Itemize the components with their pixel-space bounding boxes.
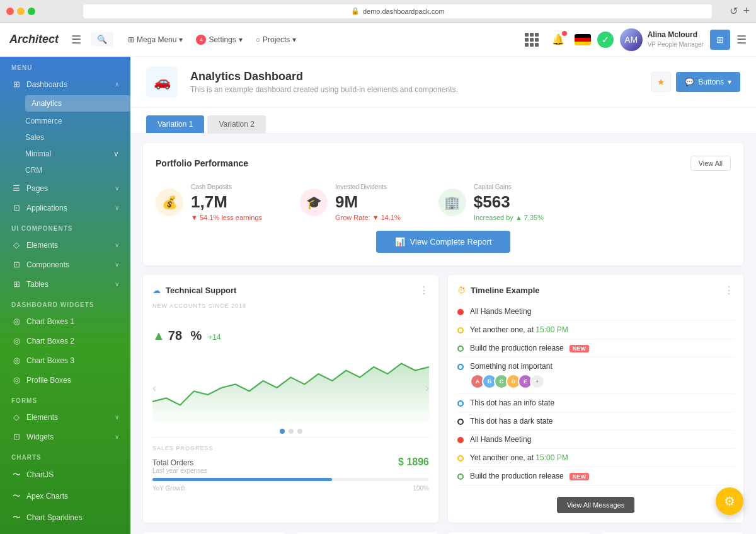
browser-chrome: 🔒 demo.dashboardpack.com ↺ + [0,0,756,23]
sidebar-item-elements[interactable]: ◇ Elements ∨ [0,235,130,255]
maximize-dot [28,8,35,15]
portfolio-view-all-btn[interactable]: View All [690,156,731,171]
buttons-dropdown[interactable]: 💬 Buttons ▾ [676,72,740,92]
user-info: Alina Mclourd VP People Manager [648,30,704,49]
notification-btn[interactable]: 🔔 [548,30,568,50]
pages-arrow-icon: ∨ [115,185,119,192]
chart-dot-2[interactable] [289,429,294,434]
cash-deposits-icon: 💰 [156,189,183,216]
sidebar-item-apex-charts[interactable]: 〜 Apex Charts [0,485,130,507]
time-green-1: 15:00 PM [536,325,568,334]
app-switcher-btn[interactable]: ⊞ [710,30,730,50]
list-item: Something not important A B C D E + [457,357,734,394]
settings-chevron-icon: ▾ [239,35,243,44]
chart-next-btn[interactable]: › [425,381,429,395]
widget-menu-icon[interactable]: ⋮ [419,284,429,296]
chart-prev-btn[interactable]: ‹ [152,381,156,395]
list-item: Yet another one, at 15:00 PM [457,321,734,339]
tables-arrow-icon: ∨ [115,281,119,287]
components-arrow-icon: ∨ [115,261,119,268]
chart-dot-1[interactable] [280,429,285,434]
apps-grid-btn[interactable] [522,30,542,50]
new-tab-icon[interactable]: + [743,4,750,18]
view-all-messages-btn[interactable]: View All Messages [557,497,635,513]
status-check-icon[interactable]: ✓ [597,32,614,48]
orders-title: Total Orders [152,458,207,467]
search-bar[interactable]: 🔍 [91,32,113,47]
apex-charts-icon: 〜 [11,490,21,502]
timeline-menu-icon[interactable]: ⋮ [724,284,734,296]
capital-gains-label: Capital Gains [474,183,544,190]
form-widgets-icon: ⊡ [11,432,21,441]
sidebar-item-chart-boxes-1[interactable]: ◎ Chart Boxes 1 [0,311,130,331]
dot-green-2 [457,473,464,480]
user-avatar-section[interactable]: AM Alina Mclourd VP People Manager [620,28,704,51]
buttons-chevron-icon: ▾ [728,78,731,86]
applications-label: Applications [26,204,110,212]
chart-sparklines-icon: 〜 [11,512,21,523]
settings-nav-item[interactable]: 4 Settings ▾ [191,32,247,48]
mega-menu-item[interactable]: ⊞ Mega Menu ▾ [123,32,188,47]
sidebar-item-form-elements[interactable]: ◇ Elements ∨ [0,407,130,427]
sidebar-item-chart-boxes-2[interactable]: ◎ Chart Boxes 2 [0,331,130,351]
sidebar-item-crm[interactable]: CRM [25,162,130,178]
sidebar-item-tables[interactable]: ⊞ Tables ∨ [0,274,130,294]
stat-invested-dividents: 🎓 Invested Dividents 9M Grow Rate: ▼ 14.… [300,183,401,221]
projects-label: Projects [263,35,290,44]
list-item: Yet another one, at 15:00 PM [457,449,734,467]
sidebar-item-minimal[interactable]: Minimal∨ [25,146,130,162]
dot-red-1 [457,309,464,315]
chart-dot-3[interactable] [297,429,302,434]
tab-variation2[interactable]: Variation 2 [207,115,265,133]
sales-footer: YoY Growth 100% [152,485,429,492]
technical-support-widget: ☁ Technical Support ⋮ NEW ACCOUNTS SINCE… [143,275,438,523]
sidebar-item-applications[interactable]: ⊡ Applications ∨ [0,198,130,218]
invested-value: 9M [335,192,401,212]
projects-nav-item[interactable]: ○ Projects ▾ [251,32,302,47]
capital-gains-change: Increased by ▲ 7.35% [474,214,544,221]
dashboards-arrow-icon: ∧ [115,81,119,88]
sidebar-item-commerce[interactable]: Commerce [25,113,130,129]
timeline-content-5: This dot has an info state [470,398,734,407]
sidebar-item-pages[interactable]: ☰ Pages ∨ [0,178,130,198]
pct-label: 100% [413,485,429,492]
timeline-item-title-3: Build the production release NEW [470,344,734,352]
sidebar-item-chart-boxes-3[interactable]: ◎ Chart Boxes 3 [0,351,130,370]
view-complete-report-btn[interactable]: 📊 View Complete Report [376,231,511,253]
stat-cash-deposits: 💰 Cash Deposits 1,7M ▼ 54.1% less earnin… [156,183,262,221]
browser-url-bar[interactable]: 🔒 demo.dashboardpack.com [83,4,712,18]
sidebar-item-form-widgets[interactable]: ⊡ Widgets ∨ [0,427,130,446]
components-icon: ⊡ [11,260,21,269]
sidebar-item-chartjs[interactable]: 〜 ChartJS [0,464,130,485]
language-flag-icon[interactable] [575,34,591,45]
profile-boxes-label: Profile Boxes [26,376,119,385]
sidebar-item-chart-sparklines[interactable]: 〜 Chart Sparklines [0,507,130,528]
gear-fab-btn[interactable]: ⚙ [716,487,743,515]
chart-label: NEW ACCOUNTS SINCE 2018 [152,303,429,309]
cash-deposits-value: 1,7M [191,192,262,212]
sidebar-item-profile-boxes[interactable]: ◎ Profile Boxes [0,370,130,390]
arrow-up-icon: ▲ [152,328,165,343]
timeline-item-title-4: Something not important [470,362,734,371]
dot-dark-1 [457,419,464,425]
hamburger-icon[interactable]: ☰ [71,33,81,47]
sidebar-item-components[interactable]: ⊡ Components ∨ [0,255,130,274]
tab-variation1[interactable]: Variation 1 [146,115,204,133]
forms-section-label: FORMS [0,390,130,407]
page-header-icon: 🚗 [146,66,178,98]
dashboard-icon: ⊞ [11,79,21,89]
sidebar-item-dashboards[interactable]: ⊞ Dashboards ∧ [0,74,130,94]
sidebar-item-analytics[interactable]: Analytics [25,95,130,112]
timeline-content-1: All Hands Meeting [470,307,734,316]
elements-arrow-icon: ∨ [115,241,119,248]
right-menu-icon[interactable]: ☰ [736,33,747,47]
star-button[interactable]: ★ [651,72,671,92]
sidebar-item-sales[interactable]: Sales [25,129,130,146]
list-item: Build the production release NEW [457,339,734,357]
form-widgets-arrow-icon: ∨ [115,433,119,440]
technical-support-title: Technical Support [166,286,236,295]
components-label: Components [26,260,110,269]
browser-dots [6,8,35,15]
reload-icon[interactable]: ↺ [730,5,738,17]
invested-change: Grow Rate: ▼ 14.1% [335,214,401,221]
